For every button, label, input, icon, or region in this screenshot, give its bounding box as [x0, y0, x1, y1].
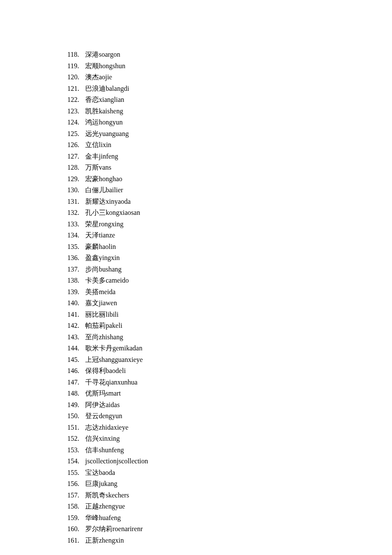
item-text: 嘉文jiawen: [85, 298, 117, 309]
item-number: 141.: [67, 309, 85, 321]
list-item: 131.新耀达xinyaoda: [67, 196, 392, 208]
list-item: 138.卡美多cameido: [67, 275, 392, 286]
list-item: 123.凯胜kaisheng: [67, 106, 392, 117]
list-item: 122.香恋xianglian: [67, 94, 392, 106]
item-text: 深港soargon: [85, 49, 120, 61]
list-item: 161.正新zhengxin: [67, 535, 392, 546]
list-item: 136.盈鑫yingxin: [67, 252, 392, 264]
item-number: 146.: [67, 365, 85, 377]
item-number: 145.: [67, 354, 85, 366]
item-number: 118.: [67, 49, 85, 61]
item-number: 155.: [67, 467, 85, 479]
item-number: 153.: [67, 445, 85, 456]
list-item: 137.步尚bushang: [67, 264, 392, 275]
item-text: 宝达baoda: [85, 467, 115, 479]
item-number: 122.: [67, 94, 85, 106]
list-item: 121.巴浪迪balangdi: [67, 83, 392, 95]
list-item: 147.千寻花qianxunhua: [67, 377, 392, 388]
item-number: 140.: [67, 298, 85, 309]
list-item: 156.巨康jukang: [67, 478, 392, 490]
list-item: 132.孔小三kongxiaosan: [67, 207, 392, 219]
item-text: 正新zhengxin: [85, 535, 124, 546]
item-text: 正越zhengyue: [85, 501, 125, 512]
list-item: 152.信兴xinxing: [67, 433, 392, 445]
item-text: 远光yuanguang: [85, 128, 129, 140]
list-item: 153.信丰shunfeng: [67, 445, 392, 456]
item-number: 127.: [67, 151, 85, 162]
item-number: 137.: [67, 264, 85, 275]
item-number: 128.: [67, 162, 85, 173]
list-item: 158.正越zhengyue: [67, 501, 392, 512]
list-item: 144.歌米卡丹gemikadan: [67, 343, 392, 354]
item-text: 孔小三kongxiaosan: [85, 207, 140, 219]
item-text: 巴浪迪balangdi: [85, 83, 129, 95]
list-item: 135.豪麟haolin: [67, 241, 392, 253]
item-text: 丽比丽libili: [85, 309, 118, 321]
item-number: 159.: [67, 512, 85, 524]
item-text: 罗尔纳莉roenarirenr: [85, 523, 143, 535]
list-item: 140.嘉文jiawen: [67, 298, 392, 309]
list-item: 150.登云dengyun: [67, 410, 392, 422]
document-page: 118.深港soargon119.宏顺hongshun120.澳杰aojie12…: [0, 0, 392, 546]
item-number: 123.: [67, 106, 85, 117]
item-text: 金丰jinfeng: [85, 151, 118, 162]
item-text: 优斯玛smart: [85, 388, 121, 399]
item-number: 156.: [67, 478, 85, 490]
item-text: 保得利baodeli: [85, 365, 126, 377]
list-item: 155.宝达baoda: [67, 467, 392, 479]
item-text: 天泽tianze: [85, 230, 115, 241]
item-text: 卡美多cameido: [85, 275, 129, 286]
list-item: 146.保得利baodeli: [67, 365, 392, 377]
item-text: 巨康jukang: [85, 478, 118, 490]
item-number: 160.: [67, 523, 85, 535]
item-text: 万斯vans: [85, 162, 111, 173]
item-number: 139.: [67, 286, 85, 298]
item-text: jscollectionjscollection: [85, 456, 148, 467]
item-number: 135.: [67, 241, 85, 253]
item-number: 152.: [67, 433, 85, 445]
item-text: 盈鑫yingxin: [85, 252, 120, 264]
list-item: 141.丽比丽libili: [67, 309, 392, 321]
item-number: 151.: [67, 422, 85, 434]
list-item: 145.上冠shangguanxieye: [67, 354, 392, 366]
item-text: 步尚bushang: [85, 264, 121, 275]
item-number: 142.: [67, 320, 85, 332]
item-text: 千寻花qianxunhua: [85, 377, 138, 388]
list-item: 157.斯凯奇skechers: [67, 490, 392, 501]
item-number: 120.: [67, 72, 85, 83]
list-item: 151.志达zhidaxieye: [67, 422, 392, 434]
item-text: 凯胜kaisheng: [85, 106, 123, 117]
item-text: 上冠shangguanxieye: [85, 354, 143, 366]
item-text: 信兴xinxing: [85, 433, 120, 445]
item-text: 立信lixin: [85, 139, 111, 151]
item-text: 香恋xianglian: [85, 94, 124, 106]
item-number: 121.: [67, 83, 85, 95]
item-number: 130.: [67, 185, 85, 196]
item-number: 124.: [67, 117, 85, 128]
item-text: 豪麟haolin: [85, 241, 116, 253]
item-number: 134.: [67, 230, 85, 241]
list-item: 118.深港soargon: [67, 49, 392, 61]
item-number: 125.: [67, 128, 85, 140]
item-text: 斯凯奇skechers: [85, 490, 129, 501]
item-number: 154.: [67, 456, 85, 467]
item-text: 歌米卡丹gemikadan: [85, 343, 142, 354]
item-text: 帕茄莉pakeli: [85, 320, 122, 332]
list-item: 139.美搭meida: [67, 286, 392, 298]
item-text: 新耀达xinyaoda: [85, 196, 131, 208]
list-item: 128.万斯vans: [67, 162, 392, 173]
list-item: 119.宏顺hongshun: [67, 61, 392, 72]
list-item: 130.白俪儿bailier: [67, 185, 392, 196]
item-number: 149.: [67, 399, 85, 411]
list-item: 129.宏豪honghao: [67, 173, 392, 185]
item-text: 华峰huafeng: [85, 512, 121, 524]
item-text: 宏豪honghao: [85, 173, 122, 185]
item-text: 宏顺hongshun: [85, 61, 125, 72]
list-item: 120.澳杰aojie: [67, 72, 392, 83]
item-number: 132.: [67, 207, 85, 219]
list-item: 154.jscollectionjscollection: [67, 456, 392, 467]
item-number: 131.: [67, 196, 85, 208]
item-number: 133.: [67, 219, 85, 230]
item-text: 阿伊达aidas: [85, 399, 120, 411]
list-item: 143.至尚zhishang: [67, 332, 392, 343]
